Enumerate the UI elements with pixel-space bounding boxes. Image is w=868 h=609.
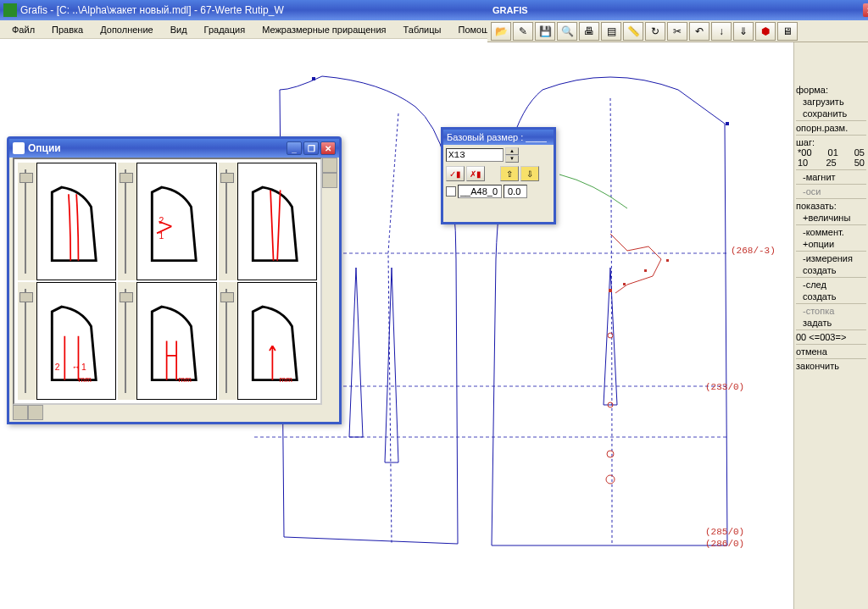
palette-title: GRAFIS bbox=[492, 5, 528, 15]
x-button[interactable]: ✗▮ bbox=[466, 166, 485, 181]
options-icon bbox=[13, 142, 25, 154]
svg-rect-9 bbox=[644, 269, 647, 272]
option-slider-2[interactable] bbox=[118, 163, 136, 280]
svg-rect-7 bbox=[609, 289, 612, 292]
option-slider-1[interactable] bbox=[18, 163, 36, 280]
up-yellow-button[interactable]: ⇧ bbox=[500, 166, 519, 181]
param-checkbox[interactable] bbox=[446, 186, 456, 197]
rpanel-options[interactable]: +опции bbox=[796, 239, 866, 249]
menu-view[interactable]: Вид bbox=[164, 23, 194, 36]
annotation-4: (286/0) bbox=[705, 539, 744, 549]
size-window[interactable]: Базовый размер : ____ ▲▼ ✓▮ ✗▮ ⇧ ⇩ __A48… bbox=[441, 127, 556, 224]
rpanel-step: шаг: bbox=[796, 137, 866, 147]
rpanel-comment[interactable]: -коммент. bbox=[796, 227, 866, 237]
options-hscrollbar[interactable] bbox=[13, 405, 322, 418]
svg-text:2: 2 bbox=[159, 216, 164, 225]
scissors-icon[interactable]: ✂ bbox=[667, 22, 687, 41]
option-tile-1[interactable] bbox=[18, 163, 116, 280]
rpanel-step-row2[interactable]: 102550 bbox=[796, 158, 866, 168]
print-icon[interactable]: 🖶 bbox=[579, 22, 599, 41]
search-icon[interactable]: 🔍 bbox=[557, 22, 577, 41]
param-name[interactable]: __A48_0 bbox=[458, 185, 502, 198]
options-grid[interactable]: 12 2↔1mm mm mm bbox=[13, 158, 322, 405]
rpanel-axes[interactable]: -оси bbox=[796, 186, 866, 197]
save-icon[interactable]: 💾 bbox=[535, 22, 555, 41]
option-tile-2[interactable]: 12 bbox=[118, 163, 216, 280]
svg-point-6 bbox=[606, 475, 615, 484]
svg-text:1: 1 bbox=[81, 363, 86, 372]
rpanel-trace[interactable]: -след bbox=[796, 280, 866, 290]
menu-edit[interactable]: Правка bbox=[45, 23, 90, 36]
svg-point-5 bbox=[607, 451, 614, 457]
rpanel-set[interactable]: задать bbox=[796, 318, 866, 328]
option-slider-3[interactable] bbox=[219, 163, 237, 280]
rpanel-cancel[interactable]: отмена bbox=[796, 346, 866, 357]
ruler-icon[interactable]: 📏 bbox=[623, 22, 643, 41]
window-title: Grafis - [C: ..\Alpha\жакет новый.mdl] -… bbox=[20, 4, 284, 16]
rpanel-stack[interactable]: -стопка bbox=[796, 306, 866, 316]
rpanel-ref[interactable]: опорн.разм. bbox=[796, 123, 866, 133]
options-vscrollbar[interactable] bbox=[322, 158, 336, 405]
undo-icon[interactable]: ↶ bbox=[689, 22, 709, 41]
menu-addon[interactable]: Дополнение bbox=[93, 23, 159, 36]
menu-file[interactable]: Файл bbox=[5, 23, 42, 36]
new-icon[interactable]: ✎ bbox=[513, 22, 533, 41]
size-title-text: Базовый размер : ____ bbox=[447, 132, 547, 142]
option-tile-5[interactable]: mm bbox=[118, 282, 216, 400]
annotation-2: (233/0) bbox=[705, 382, 744, 392]
down-arrow-icon[interactable]: ↓ bbox=[711, 22, 732, 41]
app-icon bbox=[3, 3, 17, 17]
check-x-button[interactable]: ✓▮ bbox=[446, 166, 465, 181]
palette-close-icon[interactable]: ✕ bbox=[863, 3, 868, 17]
option-tile-6[interactable]: mm bbox=[219, 282, 317, 400]
svg-rect-11 bbox=[312, 77, 315, 80]
open-folder-icon[interactable]: 📂 bbox=[491, 22, 511, 41]
param-value[interactable]: 0.0 bbox=[504, 185, 527, 198]
down-arrow2-icon[interactable]: ⇓ bbox=[733, 22, 754, 41]
stack-icon[interactable]: ▤ bbox=[601, 22, 621, 41]
rpanel-save[interactable]: сохранить bbox=[796, 108, 866, 119]
tool-palette-title[interactable]: GRAFIS ✕ bbox=[487, 0, 868, 20]
svg-text:↔: ↔ bbox=[71, 363, 80, 372]
annotation-3: (285/0) bbox=[705, 527, 744, 537]
options-minimize-button[interactable]: _ bbox=[287, 141, 302, 155]
size-body: ▲▼ ✓▮ ✗▮ ⇧ ⇩ __A48_0 0.0 bbox=[443, 145, 554, 201]
svg-text:mm: mm bbox=[78, 375, 92, 384]
tool-palette: 📂 ✎ 💾 🔍 🖶 ▤ 📏 ↻ ✂ ↶ ↓ ⇓ ⬢ 🖥 bbox=[487, 20, 868, 42]
options-close-button[interactable]: ✕ bbox=[320, 141, 336, 155]
svg-text:mm: mm bbox=[279, 375, 292, 384]
rpanel-create[interactable]: создать bbox=[796, 265, 866, 275]
option-slider-5[interactable] bbox=[118, 282, 136, 400]
option-tile-3[interactable] bbox=[219, 163, 317, 280]
refresh-icon[interactable]: ↻ bbox=[645, 22, 665, 41]
stop-icon[interactable]: ⬢ bbox=[755, 22, 776, 41]
size-titlebar[interactable]: Базовый размер : ____ bbox=[443, 130, 554, 145]
option-tile-4[interactable]: 2↔1mm bbox=[18, 282, 116, 400]
x-value-input[interactable] bbox=[446, 148, 504, 162]
rpanel-step-row1[interactable]: *000105 bbox=[796, 147, 866, 158]
drawing-canvas[interactable]: (268/-3) (233/0) (285/0) (286/0) Опции _… bbox=[0, 39, 793, 609]
x-spinner[interactable]: ▲▼ bbox=[505, 147, 519, 163]
option-slider-4[interactable] bbox=[18, 282, 36, 400]
rpanel-finish[interactable]: закончить bbox=[796, 361, 866, 371]
rpanel-load[interactable]: загрузить bbox=[796, 97, 866, 107]
menu-grading[interactable]: Градация bbox=[198, 23, 253, 36]
svg-text:mm: mm bbox=[179, 375, 192, 384]
screen-icon[interactable]: 🖥 bbox=[777, 22, 798, 41]
down-yellow-button[interactable]: ⇩ bbox=[520, 166, 539, 181]
options-maximize-button[interactable]: ❐ bbox=[303, 141, 319, 155]
options-window[interactable]: Опции _ ❐ ✕ 12 2↔1mm mm mm bbox=[7, 136, 342, 424]
annotation-1: (268/-3) bbox=[731, 246, 776, 256]
rpanel-magnet[interactable]: -магнит bbox=[796, 172, 866, 182]
svg-text:2: 2 bbox=[55, 363, 60, 372]
rpanel-show: показать: bbox=[796, 201, 866, 211]
rpanel-values[interactable]: +величины bbox=[796, 213, 866, 223]
svg-rect-12 bbox=[726, 122, 729, 125]
menu-intersize[interactable]: Межразмерные приращения bbox=[255, 23, 392, 36]
option-slider-6[interactable] bbox=[219, 282, 237, 400]
menu-tables[interactable]: Таблицы bbox=[397, 23, 448, 36]
rpanel-measure[interactable]: -измерения bbox=[796, 253, 866, 263]
options-titlebar[interactable]: Опции _ ❐ ✕ bbox=[9, 139, 339, 158]
rpanel-counter[interactable]: 00 <=003=> bbox=[796, 332, 866, 342]
rpanel-create2[interactable]: создать bbox=[796, 291, 866, 302]
